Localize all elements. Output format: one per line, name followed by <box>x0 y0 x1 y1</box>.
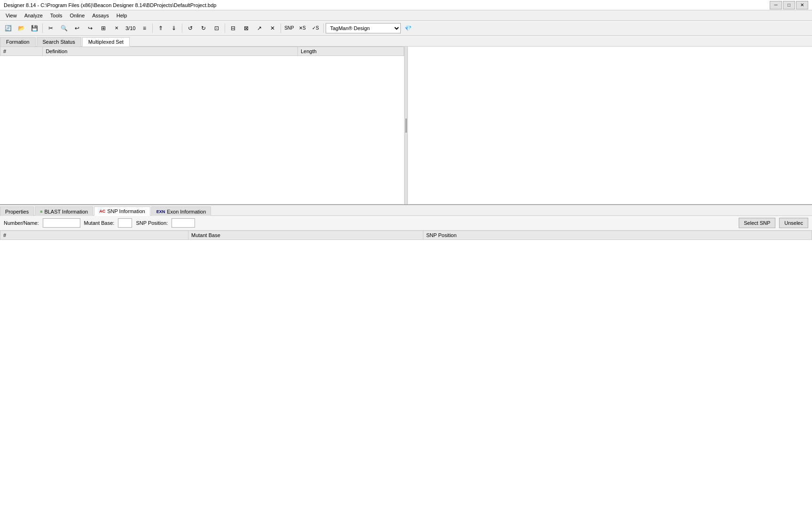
menu-assays[interactable]: Assays <box>88 12 112 19</box>
list-icon: ≡ <box>143 25 146 31</box>
menu-online[interactable]: Online <box>66 12 88 19</box>
snp2-icon: ✕S <box>299 25 306 31</box>
number-name-input[interactable] <box>43 218 80 228</box>
sep1 <box>42 24 43 33</box>
tab-formation[interactable]: Formation <box>0 37 36 47</box>
toolbar-btn-back[interactable]: ↩ <box>71 23 83 34</box>
snp3-icon: ✓S <box>312 25 319 31</box>
menu-help[interactable]: Help <box>113 12 131 19</box>
toolbar-btn-forward[interactable]: ↪ <box>84 23 96 34</box>
redo-icon: ↻ <box>201 25 206 31</box>
design-mode-select[interactable]: TagMan® Design <box>326 23 401 33</box>
exon-tab-icon: EXN <box>156 209 165 214</box>
toolbar-btn-undo[interactable]: ↺ <box>184 23 196 34</box>
maximize-button[interactable]: □ <box>783 1 795 9</box>
toolbar-btn-snp1[interactable]: SNP <box>283 23 295 34</box>
toolbar-btn-new[interactable]: 🔄 <box>2 23 14 34</box>
main-area: Formation Search Status Multiplexed Set … <box>0 36 812 508</box>
undo-icon: ↺ <box>188 25 193 31</box>
toolbar-btn-align[interactable]: ⊟ <box>227 23 239 34</box>
toolbar-btn-snp3[interactable]: ✓S <box>309 23 321 34</box>
cut-icon: ✂ <box>48 25 53 31</box>
col-number: # <box>0 47 43 56</box>
tab-exon-information[interactable]: EXN Exon Information <box>151 206 211 216</box>
toolbar-btn-export[interactable]: ↗ <box>253 23 265 34</box>
toolbar-btn-cut[interactable]: ✂ <box>45 23 57 34</box>
top-data-table: # Definition Length <box>0 47 404 56</box>
snp-form: Number/Name: Mutant Base: SNP Position: … <box>0 216 812 230</box>
top-tab-content: # Definition Length <box>0 47 812 204</box>
toolbar-btn-gem[interactable]: 💎 <box>402 23 414 34</box>
mutant-base-input[interactable] <box>118 218 132 228</box>
menu-tools[interactable]: Tools <box>47 12 66 19</box>
down-icon: ⇓ <box>172 25 176 31</box>
back-icon: ↩ <box>75 25 79 31</box>
center-icon: ⊠ <box>244 25 249 31</box>
toolbar-btn-view[interactable]: ⊞ <box>97 23 109 34</box>
toolbar-btn-seq[interactable]: ⊡ <box>211 23 223 34</box>
snp-col-mutant-base: Mutant Base <box>188 231 423 240</box>
sep2 <box>152 24 153 33</box>
open-icon: 📂 <box>18 25 25 31</box>
snp-position-label: SNP Position: <box>136 220 168 226</box>
align-icon: ⊟ <box>231 25 235 31</box>
toolbar-btn-open[interactable]: 📂 <box>15 23 27 34</box>
top-table-header-row: # Definition Length <box>0 47 404 56</box>
snp-table: # Mutant Base SNP Position <box>0 230 812 240</box>
forward-icon: ↪ <box>88 25 93 31</box>
tab-blast-information[interactable]: ≡ BLAST Information <box>35 206 93 216</box>
unselect-snp-button[interactable]: Unselec <box>779 218 808 228</box>
top-table-area: # Definition Length <box>0 47 404 204</box>
seq-icon: ⊡ <box>214 25 219 31</box>
menu-view[interactable]: View <box>2 12 21 19</box>
toolbar-btn-center[interactable]: ⊠ <box>240 23 252 34</box>
menu-bar: View Analyze Tools Online Assays Help <box>0 10 812 21</box>
snp-position-input[interactable] <box>172 218 195 228</box>
bottom-tab-bar: Properties ≡ BLAST Information AC SNP In… <box>0 205 812 216</box>
tab-multiplexed-set[interactable]: Multiplexed Set <box>82 37 130 47</box>
snp1-icon: SNP <box>284 25 294 31</box>
bottom-panel: Properties ≡ BLAST Information AC SNP In… <box>0 205 812 508</box>
toolbar-btn-up[interactable]: ⇑ <box>155 23 167 34</box>
blast-icon: ≡ <box>40 209 42 214</box>
menu-analyze[interactable]: Analyze <box>21 12 47 19</box>
toolbar-counter: 3/10 <box>124 24 137 32</box>
snp-table-container: # Mutant Base SNP Position <box>0 230 812 508</box>
top-tab-bar: Formation Search Status Multiplexed Set <box>0 36 812 47</box>
col-definition: Definition <box>43 47 298 56</box>
snp-col-snp-position: SNP Position <box>423 231 812 240</box>
save-icon: 💾 <box>31 25 38 31</box>
title-controls: ─ □ ✕ <box>770 1 808 9</box>
export-icon: ↗ <box>257 25 262 31</box>
find-icon: 🔍 <box>61 25 68 31</box>
sep6 <box>323 24 324 33</box>
title-text: Designer 8.14 - C:\Program Files (x86)\B… <box>4 2 770 8</box>
top-panel: Formation Search Status Multiplexed Set … <box>0 36 812 205</box>
up-icon: ⇑ <box>158 25 163 31</box>
toolbar-btn-delete[interactable]: ✕ <box>266 23 279 34</box>
toolbar-btn-mult[interactable]: ✕ <box>110 23 123 34</box>
toolbar-btn-redo[interactable]: ↻ <box>197 23 210 34</box>
toolbar-btn-find[interactable]: 🔍 <box>58 23 70 34</box>
toolbar-btn-down[interactable]: ⇓ <box>168 23 180 34</box>
minimize-button[interactable]: ─ <box>770 1 782 9</box>
tab-search-status[interactable]: Search Status <box>37 37 81 47</box>
sep3 <box>182 24 182 33</box>
new-icon: 🔄 <box>5 25 12 31</box>
select-snp-button[interactable]: Select SNP <box>739 218 775 228</box>
snp-tab-icon: AC <box>99 209 105 214</box>
vertical-splitter[interactable] <box>404 47 408 204</box>
toolbar-btn-list[interactable]: ≡ <box>138 23 150 34</box>
tab-properties[interactable]: Properties <box>0 206 34 216</box>
view-icon: ⊞ <box>101 25 106 31</box>
top-empty-area <box>0 56 404 188</box>
toolbar-btn-save[interactable]: 💾 <box>28 23 40 34</box>
gem-icon: 💎 <box>405 25 412 31</box>
close-button[interactable]: ✕ <box>796 1 808 9</box>
mutant-base-label: Mutant Base: <box>84 220 115 226</box>
tab-snp-information[interactable]: AC SNP Information <box>94 206 150 216</box>
sep5 <box>281 24 281 33</box>
toolbar-btn-snp2[interactable]: ✕S <box>296 23 308 34</box>
toolbar: 🔄 📂 💾 ✂ 🔍 ↩ ↪ ⊞ ✕ 3/10 ≡ ⇑ ⇓ ↺ ↻ ⊡ ⊟ ⊠ ↗… <box>0 21 812 36</box>
mult-icon: ✕ <box>115 25 118 31</box>
